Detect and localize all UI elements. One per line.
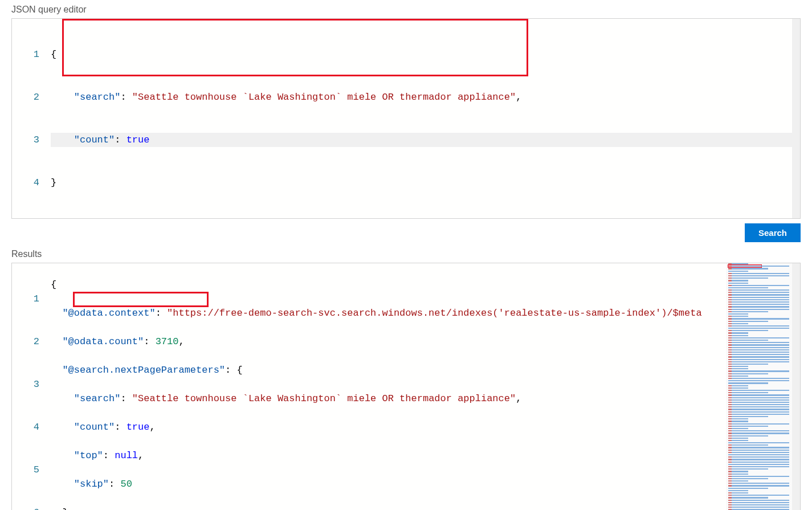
results-minimap[interactable]	[726, 263, 792, 510]
search-button[interactable]: Search	[745, 223, 801, 242]
results-label: Results	[11, 249, 801, 259]
results-scrollbar[interactable]	[792, 263, 800, 510]
results-viewer[interactable]: 1 2 3 4 5 6 7 8 9 10 11 12 13 14 15 16 1…	[11, 263, 801, 510]
editor-scrollbar[interactable]	[792, 19, 800, 218]
results-code: { "@odata.context": "https://free-demo-s…	[51, 263, 800, 510]
editor-label: JSON query editor	[11, 5, 801, 15]
editor-gutter: 1 2 3 4	[12, 19, 51, 218]
results-gutter: 1 2 3 4 5 6 7 8 9 10 11 12 13 14 15 16 1…	[12, 263, 51, 510]
editor-code[interactable]: { "search": "Seattle townhouse `Lake Was…	[51, 19, 800, 218]
json-query-editor[interactable]: 1 2 3 4 { "search": "Seattle townhouse `…	[11, 18, 801, 219]
